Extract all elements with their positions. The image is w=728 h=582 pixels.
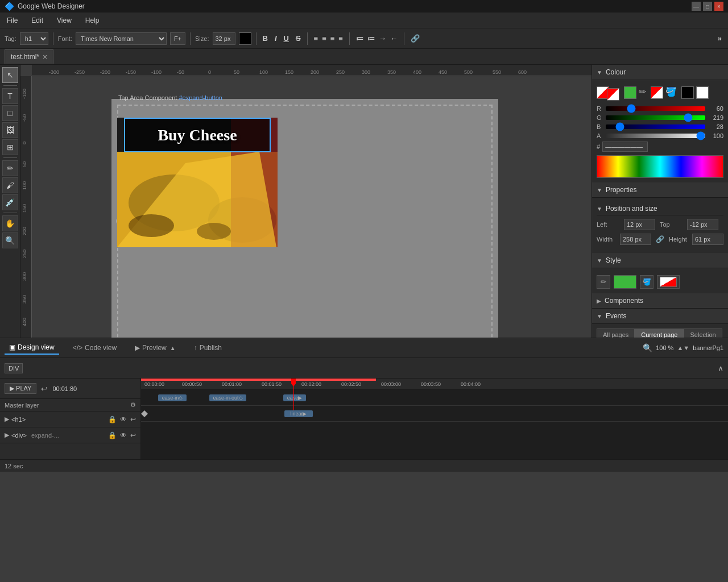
linear-keyframe[interactable]: linear▶: [284, 410, 313, 417]
h1-layer-name: <h1>: [11, 416, 26, 423]
colour-gradient[interactable]: [597, 155, 723, 178]
bold-button[interactable]: B: [261, 33, 270, 44]
top-input[interactable]: [687, 219, 718, 230]
paint-tool[interactable]: 🖌: [2, 177, 18, 193]
indent-button[interactable]: →: [377, 33, 388, 44]
h1-expand-icon[interactable]: ▶: [5, 415, 9, 423]
style-fill-color[interactable]: [614, 275, 636, 289]
div-visibility-icon[interactable]: 👁: [120, 431, 127, 439]
div-tag[interactable]: DIV: [5, 363, 23, 373]
close-button[interactable]: ×: [714, 2, 723, 11]
timeline-track-area[interactable]: 00:00:00 00:00:50 00:01:00 00:01:50 00:0…: [141, 379, 728, 459]
black-swatch[interactable]: [681, 86, 694, 99]
play-button[interactable]: ▶ PLAY: [5, 383, 36, 394]
align-right-button[interactable]: ≡: [329, 33, 337, 44]
design-view-tab[interactable]: ▣ Design view: [5, 341, 59, 355]
unordered-list-button[interactable]: ≔: [366, 33, 377, 44]
pen-tool[interactable]: ✏: [2, 160, 18, 176]
minimize-button[interactable]: —: [692, 2, 701, 11]
colour-section-header[interactable]: ▼ Colour: [592, 65, 728, 80]
selection-tab[interactable]: Selection: [684, 329, 722, 338]
canvas-content[interactable]: Tap Area Component #expand-button (0, 0): [32, 76, 592, 338]
width-input[interactable]: [620, 234, 651, 245]
h1-text-overlay[interactable]: Buy Cheese: [124, 118, 271, 152]
font-plus-button[interactable]: F+: [170, 32, 185, 45]
italic-button[interactable]: I: [273, 33, 279, 44]
style-section-header[interactable]: ▼ Style: [592, 253, 728, 268]
ease-in-out-keyframe[interactable]: ease-in-out◇: [209, 394, 246, 401]
none-swatch[interactable]: [651, 86, 663, 99]
image-tool[interactable]: 🖼: [2, 122, 18, 138]
menu-file[interactable]: File: [5, 15, 20, 26]
strikethrough-button[interactable]: S: [294, 33, 303, 44]
style-fill-icon[interactable]: 🪣: [640, 275, 653, 289]
h1-lock-icon[interactable]: 🔒: [108, 415, 117, 423]
dropper-icon[interactable]: ✏: [639, 86, 646, 99]
h1-undo-icon[interactable]: ↩: [130, 415, 136, 423]
bg-swatch[interactable]: [607, 88, 619, 101]
div-undo-icon[interactable]: ↩: [130, 431, 136, 439]
left-input[interactable]: [624, 219, 655, 230]
a-slider[interactable]: [606, 134, 705, 138]
div-lock-icon[interactable]: 🔒: [108, 431, 117, 439]
outdent-button[interactable]: ←: [388, 33, 399, 44]
eyedropper-tool[interactable]: 💉: [2, 194, 18, 210]
zoom-arrows: ▲▼: [677, 344, 689, 351]
fill-tool-icon[interactable]: 🪣: [665, 86, 677, 99]
select-tool[interactable]: ↖: [2, 67, 18, 83]
maximize-button[interactable]: □: [703, 2, 712, 11]
hand-tool[interactable]: ✋: [2, 215, 18, 231]
file-tab[interactable]: test.html* ×: [5, 49, 53, 64]
zoom-out-button[interactable]: 🔍: [643, 343, 652, 352]
ease-keyframe[interactable]: ease▶: [283, 394, 306, 401]
ease-in-keyframe[interactable]: ease-in◇: [158, 394, 187, 401]
text-tool[interactable]: T: [2, 88, 18, 104]
all-pages-tab[interactable]: All pages: [597, 329, 635, 338]
color-picker-box[interactable]: [239, 32, 251, 45]
more-button[interactable]: »: [716, 33, 723, 44]
menu-view[interactable]: View: [55, 15, 74, 26]
green-swatch[interactable]: [624, 86, 636, 99]
rewind-button[interactable]: ↩: [41, 384, 48, 393]
publish-tab[interactable]: ↑ Publish: [189, 342, 226, 354]
style-pen-icon[interactable]: ✏: [597, 275, 610, 289]
svg-text:-150: -150: [126, 69, 136, 75]
r-slider[interactable]: [606, 106, 705, 111]
size-input[interactable]: [213, 32, 235, 45]
preview-tab[interactable]: ▶ Preview ▲: [130, 342, 180, 354]
properties-section-header[interactable]: ▼ Properties: [592, 182, 728, 198]
ordered-list-button[interactable]: ≔: [354, 33, 365, 44]
height-input[interactable]: [692, 234, 723, 245]
font-select[interactable]: Times New Roman: [76, 32, 167, 45]
link-proportions-icon[interactable]: 🔗: [656, 235, 664, 243]
zoom-tool[interactable]: 🔍: [2, 232, 18, 248]
component-tool[interactable]: ⊞: [2, 139, 18, 155]
div-expand-icon[interactable]: ▶: [5, 431, 9, 439]
menu-edit[interactable]: Edit: [29, 15, 46, 26]
current-page-tab[interactable]: Current page: [635, 329, 684, 338]
align-left-button[interactable]: ≡: [312, 33, 320, 44]
g-slider[interactable]: [606, 115, 705, 120]
style-border-icon[interactable]: [657, 275, 680, 289]
events-section-header[interactable]: ▼ Events: [592, 309, 728, 324]
align-center-button[interactable]: ≡: [320, 33, 328, 44]
menu-help[interactable]: Help: [83, 15, 102, 26]
underline-button[interactable]: U: [282, 33, 291, 44]
canvas-area[interactable]: -300 -250 -200 -150 -100 -50 0 50 100 15…: [20, 65, 592, 338]
link-button[interactable]: 🔗: [409, 33, 421, 44]
layer-settings-icon[interactable]: ⚙: [130, 401, 136, 409]
hex-input[interactable]: [602, 142, 648, 152]
code-view-tab[interactable]: </> Code view: [68, 342, 121, 354]
h1-visibility-icon[interactable]: 👁: [120, 415, 127, 423]
position-size-header[interactable]: ▼ Position and size: [597, 202, 723, 215]
align-justify-button[interactable]: ≡: [337, 33, 345, 44]
file-tab-close[interactable]: ×: [43, 52, 47, 61]
white-swatch[interactable]: [696, 86, 709, 99]
b-slider[interactable]: [606, 124, 705, 129]
tag-select[interactable]: h1: [20, 32, 48, 45]
expand-timeline-button[interactable]: ∧: [718, 364, 723, 373]
div-start-diamond[interactable]: [141, 410, 148, 417]
cheese-image[interactable]: Buy Cheese: [117, 118, 278, 247]
components-section-header[interactable]: ▶ Components: [592, 293, 728, 309]
shape-tool[interactable]: □: [2, 105, 18, 121]
